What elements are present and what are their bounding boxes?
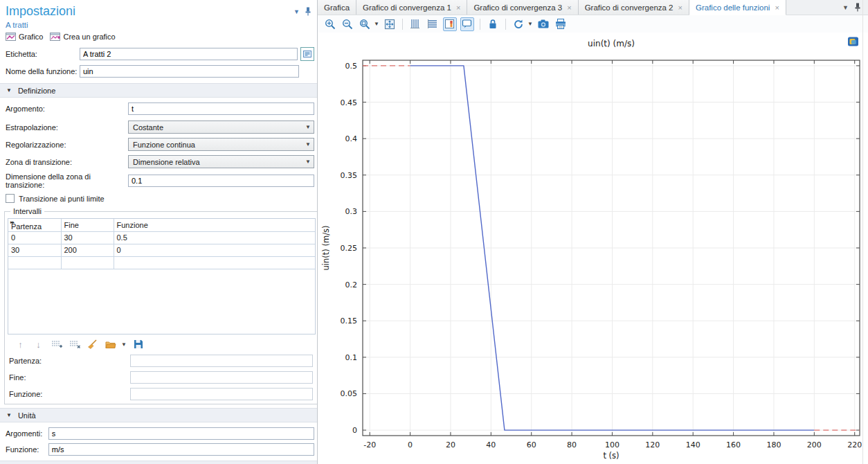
svg-text:80: 80	[567, 440, 577, 449]
chevron-down-icon: ▼	[305, 159, 311, 165]
intervals-table[interactable]: ▸▸ Partenza Fine Funzione 0 30 0.5 30 20…	[8, 218, 316, 334]
panel-menu-chevron-icon[interactable]: ▼	[293, 8, 300, 15]
transition-size-caption: Dimensione della zona di transizione:	[6, 172, 128, 189]
table-toolbar: ↑ ↓ ▼	[8, 334, 316, 353]
argument-input[interactable]	[128, 102, 314, 115]
transition-size-input[interactable]	[128, 175, 314, 187]
end-caption: Fine:	[9, 373, 130, 382]
update-plot-chevron-icon[interactable]: ▼	[527, 21, 533, 27]
cell-start[interactable]: 30	[8, 244, 61, 256]
zoom-box-chevron-icon[interactable]: ▼	[374, 21, 379, 27]
axis-grid-x-button[interactable]	[408, 17, 422, 31]
cell-function[interactable]: 0.5	[114, 231, 315, 244]
save-table-button[interactable]	[133, 339, 145, 350]
section-unita[interactable]: ▼ Unità	[0, 408, 317, 422]
plot-button[interactable]: Grafico	[6, 33, 43, 41]
col-header-fine[interactable]: Fine	[61, 219, 114, 231]
color-legend-icon	[444, 19, 455, 29]
create-plot-button[interactable]: Crea un grafico	[50, 33, 115, 41]
svg-text:120: 120	[645, 440, 660, 449]
rename-button[interactable]	[300, 47, 314, 61]
pin-icon[interactable]	[305, 7, 311, 16]
pin-icon[interactable]	[854, 3, 861, 12]
axis-grid-y-button[interactable]	[426, 17, 440, 31]
tab-grafica[interactable]: Grafica	[318, 0, 356, 15]
unit-arguments-input[interactable]	[48, 427, 314, 440]
clear-table-button[interactable]	[87, 339, 98, 350]
function-name-input[interactable]	[80, 65, 299, 78]
delete-row-icon	[69, 339, 80, 349]
svg-text:0.4: 0.4	[345, 134, 358, 143]
svg-text:-20: -20	[363, 440, 376, 449]
add-row-button[interactable]	[51, 339, 62, 350]
close-icon[interactable]: ×	[678, 3, 682, 12]
svg-text:60: 60	[527, 440, 536, 449]
zoom-in-button[interactable]	[323, 17, 337, 31]
tab-grafico-di-convergenza-1[interactable]: Grafico di convergenza 1 ×	[356, 0, 467, 15]
cell-function[interactable]	[114, 256, 315, 269]
print-button[interactable]	[554, 17, 568, 31]
graphics-tab-bar: Grafica Grafico di convergenza 1 × Grafi…	[318, 0, 868, 15]
section-parametri-locali[interactable]: ▷ Parametri locali	[0, 461, 317, 464]
end-input[interactable]	[130, 371, 313, 384]
svg-text:0: 0	[352, 426, 357, 435]
cell-start[interactable]: 0	[8, 231, 61, 244]
smoothing-select[interactable]: Funzione continua ▼	[128, 138, 314, 151]
smoothing-caption: Regolarizzazione:	[6, 141, 128, 149]
tab-list-chevron-icon[interactable]: ▼	[842, 4, 849, 11]
zoom-box-button[interactable]	[358, 17, 372, 31]
comsol-view-icon[interactable]	[847, 37, 859, 47]
cell-end[interactable]	[61, 256, 114, 269]
smoothing-value: Funzione continua	[133, 141, 302, 149]
label-input[interactable]	[80, 48, 298, 60]
tab-grafico-di-convergenza-2[interactable]: Grafico di convergenza 2 ×	[579, 0, 689, 15]
unit-function-input[interactable]	[48, 443, 314, 456]
transition-endpoints-checkbox[interactable]	[6, 194, 15, 203]
plot-tooltip-toggle-button[interactable]	[460, 17, 474, 31]
node-link-a-tratti[interactable]: A tratti	[0, 19, 317, 29]
svg-text:0.35: 0.35	[341, 171, 358, 180]
section-definizione[interactable]: ▼ Definizione	[0, 83, 317, 98]
unit-function-caption: Funzione:	[6, 445, 48, 454]
close-icon[interactable]: ×	[775, 3, 779, 12]
zoom-out-button[interactable]	[341, 17, 354, 31]
table-row[interactable]	[8, 256, 315, 269]
lock-axes-button[interactable]	[486, 17, 500, 31]
function-plot-canvas[interactable]: -2002040608010012014016018020022000.050.…	[318, 33, 868, 463]
zoom-extents-button[interactable]	[383, 17, 397, 31]
close-icon[interactable]: ×	[456, 3, 460, 12]
delete-row-button[interactable]	[69, 339, 80, 350]
settings-panel: Impostazioni ▼ A tratti Grafico Crea un …	[0, 0, 318, 464]
extrapolation-select[interactable]: Costante ▼	[128, 121, 314, 134]
snapshot-button[interactable]	[536, 17, 550, 31]
broom-icon	[87, 339, 98, 350]
col-header-funzione[interactable]: Funzione	[114, 219, 315, 231]
color-legend-toggle-button[interactable]	[443, 17, 457, 31]
update-plot-button[interactable]	[512, 17, 525, 31]
cell-end[interactable]: 200	[61, 244, 114, 256]
table-row[interactable]: 0 30 0.5	[8, 231, 315, 244]
transition-endpoints-label: Transizione ai punti limite	[19, 195, 105, 203]
rename-icon	[303, 51, 311, 57]
cell-start[interactable]	[8, 256, 61, 269]
load-file-chevron-icon[interactable]: ▼	[121, 341, 127, 348]
tab-grafico-delle-funzioni[interactable]: Grafico delle funzioni ×	[689, 0, 786, 15]
cell-end[interactable]: 30	[61, 231, 114, 244]
transition-zone-caption: Zona di transizione:	[6, 158, 128, 166]
col-header-partenza[interactable]: ▸▸ Partenza	[8, 219, 61, 231]
load-file-button[interactable]	[105, 339, 116, 350]
graphics-toolbar: ▼ ▼	[318, 15, 868, 33]
move-up-button[interactable]: ↑	[15, 339, 26, 350]
close-icon[interactable]: ×	[567, 3, 571, 12]
svg-text:0.1: 0.1	[345, 353, 358, 362]
transition-zone-select[interactable]: Dimensione relativa ▼	[128, 155, 314, 168]
cell-function[interactable]: 0	[114, 244, 315, 256]
start-input[interactable]	[130, 355, 313, 367]
create-plot-button-label: Crea un grafico	[63, 33, 115, 41]
function-expr-input[interactable]	[130, 388, 313, 400]
table-row[interactable]: 30 200 0	[8, 244, 315, 256]
tab-grafico-di-convergenza-3[interactable]: Grafico di convergenza 3 ×	[467, 0, 578, 15]
lock-icon	[488, 19, 498, 29]
horizontal-grid-icon	[427, 19, 437, 29]
move-down-button[interactable]: ↓	[33, 339, 44, 350]
